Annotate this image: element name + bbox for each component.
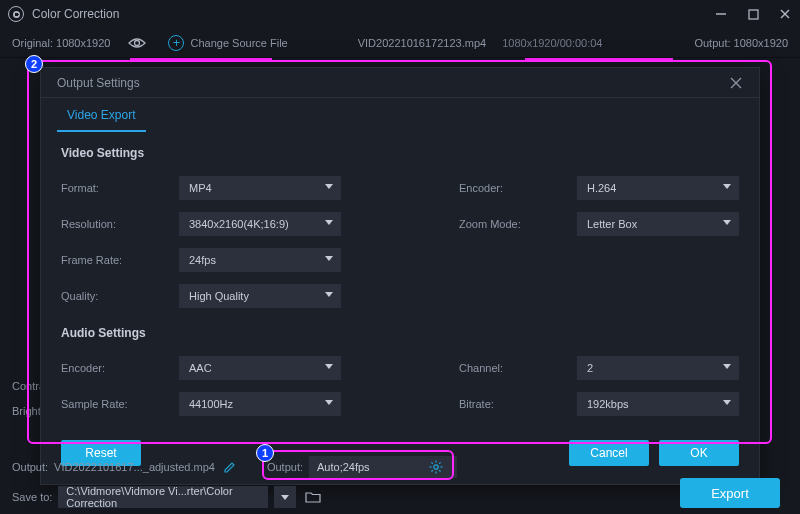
chevron-down-icon: [325, 292, 333, 297]
svg-point-7: [434, 465, 438, 469]
resolution-label: Resolution:: [61, 218, 161, 230]
open-folder-button[interactable]: [302, 486, 324, 508]
chevron-down-icon: [723, 220, 731, 225]
frame-rate-label: Frame Rate:: [61, 254, 161, 266]
channel-label: Channel:: [459, 362, 559, 374]
save-to-value: C:\Vidmore\Vidmore Vi...rter\Color Corre…: [66, 485, 260, 509]
source-meta: 1080x1920/00:00:04: [502, 37, 602, 49]
chevron-down-icon: [723, 184, 731, 189]
close-button[interactable]: [778, 7, 792, 21]
quality-select[interactable]: High Quality: [179, 284, 341, 308]
export-button[interactable]: Export: [680, 478, 780, 508]
tab-underline: [130, 58, 272, 60]
dialog-title: Output Settings: [57, 76, 140, 90]
frame-rate-select[interactable]: 24fps: [179, 248, 341, 272]
tab-video-export[interactable]: Video Export: [57, 108, 146, 132]
output-props-label: Output:: [267, 461, 303, 473]
preview-eye-icon[interactable]: [128, 34, 146, 52]
sample-rate-label: Sample Rate:: [61, 398, 161, 410]
quality-value: High Quality: [189, 290, 249, 302]
zoom-mode-select[interactable]: Letter Box: [577, 212, 739, 236]
format-value: MP4: [189, 182, 212, 194]
sample-rate-select[interactable]: 44100Hz: [179, 392, 341, 416]
save-to-label: Save to:: [12, 491, 52, 503]
zoom-mode-label: Zoom Mode:: [459, 218, 559, 230]
audio-settings-heading: Audio Settings: [41, 312, 759, 348]
format-select[interactable]: MP4: [179, 176, 341, 200]
video-encoder-value: H.264: [587, 182, 616, 194]
svg-line-14: [431, 470, 432, 471]
plus-icon: +: [168, 35, 184, 51]
chevron-down-icon: [325, 184, 333, 189]
window-title: Color Correction: [32, 7, 714, 21]
change-source-label: Change Source File: [190, 37, 287, 49]
frame-rate-value: 24fps: [189, 254, 216, 266]
source-filename: VID20221016172123.mp4: [358, 37, 486, 49]
svg-line-13: [439, 470, 440, 471]
audio-encoder-label: Encoder:: [61, 362, 161, 374]
chevron-down-icon: [325, 364, 333, 369]
original-size-text: Original: 1080x1920: [12, 37, 110, 49]
chevron-down-icon: [325, 256, 333, 261]
chevron-down-icon: [723, 364, 731, 369]
quality-label: Quality:: [61, 290, 161, 302]
audio-encoder-value: AAC: [189, 362, 212, 374]
chevron-down-icon: [723, 400, 731, 405]
format-label: Format:: [61, 182, 161, 194]
output-file-label: Output:: [12, 461, 48, 473]
svg-point-4: [135, 40, 140, 45]
bitrate-value: 192kbps: [587, 398, 629, 410]
save-to-field[interactable]: C:\Vidmore\Vidmore Vi...rter\Color Corre…: [58, 486, 268, 508]
dialog-close-button[interactable]: [729, 76, 743, 90]
video-encoder-label: Encoder:: [459, 182, 559, 194]
output-settings-dialog: Output Settings Video Export Video Setti…: [40, 67, 760, 485]
output-props-field[interactable]: Auto;24fps: [309, 456, 457, 478]
change-source-button[interactable]: + Change Source File: [168, 35, 287, 51]
gear-icon[interactable]: [429, 460, 451, 474]
svg-line-12: [431, 462, 432, 463]
output-file-value: VID2022101617..._adjusted.mp4: [54, 461, 215, 473]
sample-rate-value: 44100Hz: [189, 398, 233, 410]
edit-filename-button[interactable]: [223, 460, 237, 474]
output-props-value: Auto;24fps: [317, 461, 370, 473]
channel-select[interactable]: 2: [577, 356, 739, 380]
video-encoder-select[interactable]: H.264: [577, 176, 739, 200]
output-size-text: Output: 1080x1920: [694, 37, 788, 49]
bitrate-select[interactable]: 192kbps: [577, 392, 739, 416]
tab-underline2: [525, 58, 673, 60]
chevron-down-icon: [325, 220, 333, 225]
save-to-dropdown[interactable]: [274, 486, 296, 508]
bitrate-label: Bitrate:: [459, 398, 559, 410]
audio-encoder-select[interactable]: AAC: [179, 356, 341, 380]
chevron-down-icon: [325, 400, 333, 405]
channel-value: 2: [587, 362, 593, 374]
minimize-button[interactable]: [714, 7, 728, 21]
app-icon: [8, 6, 24, 22]
video-settings-heading: Video Settings: [41, 132, 759, 168]
maximize-button[interactable]: [746, 7, 760, 21]
svg-line-15: [439, 462, 440, 463]
resolution-select[interactable]: 3840x2160(4K;16:9): [179, 212, 341, 236]
resolution-value: 3840x2160(4K;16:9): [189, 218, 289, 230]
zoom-mode-value: Letter Box: [587, 218, 637, 230]
svg-rect-1: [749, 10, 758, 19]
